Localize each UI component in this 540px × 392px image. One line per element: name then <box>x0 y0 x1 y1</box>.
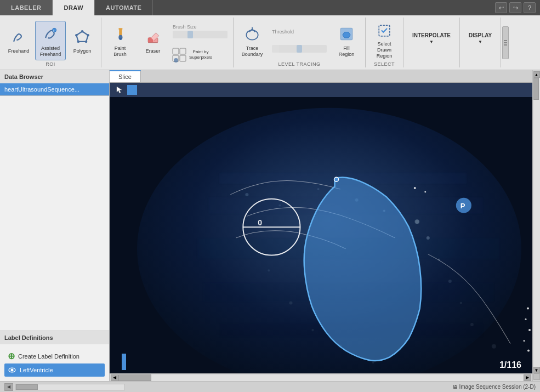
help-button[interactable]: ? <box>524 2 536 13</box>
ribbon-group-brush: PaintBrush Eraser Brush Size <box>101 18 234 67</box>
brush-tools: PaintBrush Eraser Brush Size <box>105 19 230 70</box>
status-scrollbar-thumb[interactable] <box>16 384 38 390</box>
svg-point-19 <box>174 58 178 63</box>
svg-point-65 <box>424 191 426 192</box>
display-label: DISPLAY <box>469 32 492 38</box>
slice-tabs: Slice <box>110 70 532 83</box>
tool-freehand[interactable]: Freehand <box>3 21 34 60</box>
create-label-button[interactable]: ⊕ Create Label Definition <box>4 349 105 363</box>
status-nav-button[interactable]: ◀ <box>4 383 13 391</box>
threshold-label: Threshold <box>272 29 327 35</box>
svg-point-70 <box>527 350 530 352</box>
svg-text:0: 0 <box>258 218 262 227</box>
cursor-icon[interactable] <box>113 84 125 96</box>
interpolate-button[interactable]: INTERPOLATE ▼ <box>407 19 456 58</box>
data-browser-item[interactable]: heartUltrasoundSequence... <box>0 83 109 95</box>
svg-marker-2 <box>76 31 88 42</box>
status-right-text: 🖥 Image Sequence Session (2-D) <box>452 384 536 390</box>
ribbon-group-interpolate: INTERPOLATE ▼ <box>403 18 460 67</box>
scroll-right-button[interactable]: ▶ <box>524 374 531 381</box>
svg-point-5 <box>85 41 87 43</box>
interpolate-label: INTERPOLATE <box>412 32 451 38</box>
tool-paint-brush[interactable]: PaintBrush <box>105 21 135 60</box>
tool-polygon[interactable]: Polygon <box>67 21 98 60</box>
svg-rect-8 <box>118 28 122 30</box>
label-definitions-section: Label Definitions ⊕ Create Label Definit… <box>0 331 109 381</box>
tool-select-drawn-region[interactable]: Select DrawnRegion <box>369 21 400 60</box>
data-browser-header[interactable]: Data Browser <box>0 70 109 83</box>
tool-paint-superpixels[interactable]: Paint bySuperpixels <box>173 43 211 67</box>
tab-draw[interactable]: DRAW <box>53 0 95 15</box>
svg-point-46 <box>268 269 270 271</box>
data-browser-label: Data Browser <box>4 73 43 80</box>
tool-eraser[interactable]: Eraser <box>138 21 168 60</box>
select-drawn-region-label: Select DrawnRegion <box>371 41 398 59</box>
label-definitions-content: ⊕ Create Label Definition LeftVentricle <box>0 344 109 381</box>
svg-point-43 <box>470 323 474 326</box>
scroll-corner <box>533 373 540 380</box>
threshold-slider[interactable] <box>272 45 327 53</box>
ribbon-scroll-handle[interactable] <box>502 26 509 59</box>
svg-point-66 <box>527 307 529 309</box>
eraser-label: Eraser <box>146 48 161 54</box>
svg-point-67 <box>525 319 526 320</box>
main-area: Data Browser heartUltrasoundSequence... … <box>0 70 540 381</box>
brush-size-slider[interactable] <box>173 31 228 38</box>
scroll-down-button[interactable]: ▼ <box>533 367 540 373</box>
svg-point-20 <box>246 30 258 40</box>
assisted-freehand-icon: i <box>41 24 60 44</box>
trace-boundary-label: TraceBoundary <box>242 46 263 58</box>
scrollbar-track <box>118 374 524 381</box>
svg-point-38 <box>415 219 419 224</box>
svg-point-50 <box>372 361 374 363</box>
image-toolbar <box>110 83 532 97</box>
svg-point-56 <box>334 177 339 181</box>
svg-point-4 <box>87 34 89 36</box>
undo-button[interactable]: ↩ <box>495 2 507 13</box>
horizontal-scrollbar[interactable]: ◀ ▶ <box>110 373 532 381</box>
sidebar-spacer <box>0 96 109 331</box>
scroll-up-button[interactable]: ▲ <box>533 71 540 78</box>
scroll-left-button[interactable]: ◀ <box>111 374 118 381</box>
display-dropdown-arrow: ▼ <box>478 39 482 44</box>
svg-text:P: P <box>461 202 465 210</box>
tool-fill-region[interactable]: FillRegion <box>331 21 362 60</box>
vertical-scrollbar-thumb[interactable] <box>533 78 539 100</box>
frame-indicator <box>127 85 137 95</box>
ribbon-group-display: DISPLAY ▼ <box>460 18 501 67</box>
paint-brush-icon <box>110 24 130 44</box>
brush-size-label: Brush Size <box>173 24 197 30</box>
roi-group-label: ROI <box>46 60 55 67</box>
svg-point-34 <box>278 204 281 207</box>
label-color-swatch <box>93 366 101 374</box>
svg-point-41 <box>448 280 452 283</box>
svg-point-64 <box>414 187 416 189</box>
right-scrollbar[interactable]: ▲ ▼ <box>532 70 540 381</box>
svg-point-42 <box>460 302 462 304</box>
tab-slice[interactable]: Slice <box>110 70 141 82</box>
freehand-label: Freehand <box>8 48 30 54</box>
tool-assisted-freehand[interactable]: i AssistedFreehand <box>35 21 66 60</box>
tab-labeler[interactable]: LABELER <box>0 0 53 15</box>
ribbon-group-select: Select DrawnRegion SELECT <box>366 18 403 67</box>
label-item-leftventricle[interactable]: LeftVentricle <box>4 363 105 377</box>
tab-automate[interactable]: AUTOMATE <box>95 0 153 15</box>
svg-point-6 <box>77 41 79 43</box>
ultrasound-canvas[interactable]: 0 P <box>110 97 532 373</box>
ribbon: Freehand i AssistedFreehand <box>0 15 540 70</box>
scrollbar-thumb[interactable] <box>118 374 151 381</box>
image-area: Slice <box>110 70 532 381</box>
status-scrollbar-track <box>15 384 125 390</box>
select-tools: Select DrawnRegion <box>369 19 400 60</box>
ribbon-group-level-tracing: TraceBoundary Threshold FillRegion LEVEL… <box>234 18 366 67</box>
display-button[interactable]: DISPLAY ▼ <box>463 19 497 58</box>
tool-trace-boundary[interactable]: TraceBoundary <box>237 21 268 60</box>
label-definitions-header[interactable]: Label Definitions <box>0 331 109 344</box>
svg-point-39 <box>427 236 430 240</box>
create-label-plus-icon: ⊕ <box>8 351 15 361</box>
tab-controls: ↩ ↪ ? <box>491 0 540 15</box>
brush-sliders: Brush Size Paint bySuperpixel <box>170 21 230 70</box>
label-eye-icon <box>8 367 16 373</box>
redo-button[interactable]: ↪ <box>509 2 521 13</box>
svg-rect-16 <box>180 48 186 54</box>
